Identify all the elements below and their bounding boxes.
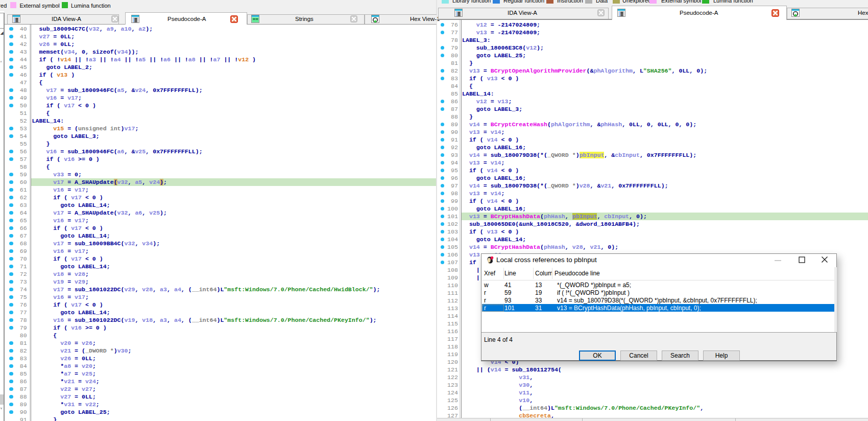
svg-text:””: ””: [253, 16, 258, 22]
